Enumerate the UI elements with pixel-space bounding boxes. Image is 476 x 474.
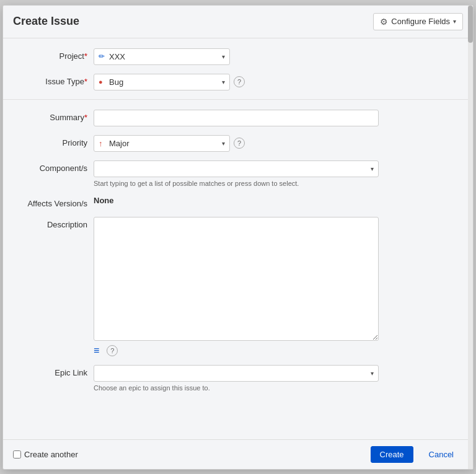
components-label: Component/s <box>13 160 94 173</box>
priority-row: Priority ↑ Major ▾ ? <box>3 135 473 152</box>
gear-icon: ⚙ <box>380 17 388 27</box>
summary-label: Summary* <box>13 110 94 122</box>
components-input[interactable] <box>94 160 379 177</box>
priority-controls: ↑ Major ▾ ? <box>94 135 463 152</box>
epic-link-label: Epic Link <box>13 365 94 377</box>
summary-field <box>94 110 463 126</box>
configure-fields-button[interactable]: ⚙ Configure Fields ▾ <box>373 13 463 30</box>
cancel-button[interactable]: Cancel <box>420 446 463 463</box>
epic-link-field: ▾ Choose an epic to assign this issue to… <box>94 365 463 392</box>
affects-version-field: None <box>94 196 463 205</box>
priority-field: ↑ Major ▾ ? <box>94 135 463 152</box>
priority-up-icon: ↑ <box>99 139 103 148</box>
issue-type-help-icon[interactable]: ? <box>234 76 245 87</box>
scrollbar-track[interactable] <box>468 6 473 469</box>
description-row: Description ≡ ? <box>3 217 473 356</box>
project-row: Project* ✏ XXX ▾ <box>3 48 473 65</box>
description-textarea[interactable] <box>94 217 379 341</box>
affects-version-label: Affects Version/s <box>13 196 94 208</box>
components-row: Component/s ▾ Start typing to get a list… <box>3 160 473 187</box>
create-button[interactable]: Create <box>371 446 413 463</box>
bug-icon: ● <box>99 78 103 86</box>
scrollbar-thumb[interactable] <box>468 6 473 43</box>
description-footer: ≡ ? <box>94 345 463 356</box>
issue-type-select[interactable]: Bug <box>94 74 230 90</box>
epic-link-hint: Choose an epic to assign this issue to. <box>94 384 463 392</box>
priority-select[interactable]: Major <box>94 135 230 152</box>
create-another-label[interactable]: Create another <box>24 450 78 459</box>
create-issue-dialog: Create Issue ⚙ Configure Fields ▾ Projec… <box>2 5 474 470</box>
affects-version-value: None <box>94 193 114 205</box>
epic-link-input[interactable] <box>94 365 379 382</box>
text-editor-icon[interactable]: ≡ <box>94 345 99 356</box>
project-select-wrapper: ✏ XXX ▾ <box>94 48 230 65</box>
dialog-footer: Create another Create Cancel <box>3 439 473 469</box>
configure-fields-label: Configure Fields <box>391 17 450 26</box>
issue-type-label: Issue Type* <box>13 74 94 86</box>
divider <box>3 99 473 100</box>
project-select[interactable]: XXX <box>94 48 230 65</box>
epic-link-wrapper: ▾ <box>94 365 379 382</box>
priority-select-wrapper: ↑ Major ▾ <box>94 135 230 152</box>
epic-link-row: Epic Link ▾ Choose an epic to assign thi… <box>3 365 473 392</box>
affects-version-row: Affects Version/s None <box>3 196 473 208</box>
issue-type-select-wrapper: ● Bug ▾ <box>94 74 230 90</box>
components-select-wrapper: ▾ <box>94 160 379 177</box>
priority-label: Priority <box>13 135 94 147</box>
dialog-title: Create Issue <box>13 15 79 28</box>
chevron-down-icon: ▾ <box>453 18 456 25</box>
summary-row: Summary* <box>3 110 473 126</box>
summary-input[interactable] <box>94 110 379 126</box>
priority-help-icon[interactable]: ? <box>234 138 245 149</box>
description-field: ≡ ? <box>94 217 463 356</box>
description-help-icon[interactable]: ? <box>107 345 118 356</box>
dialog-header: Create Issue ⚙ Configure Fields ▾ <box>3 6 473 38</box>
issue-type-controls: ● Bug ▾ ? <box>94 74 463 90</box>
components-field: ▾ Start typing to get a list of possible… <box>94 160 463 187</box>
project-label: Project* <box>13 48 94 61</box>
issue-type-row: Issue Type* ● Bug ▾ ? <box>3 74 473 90</box>
description-label: Description <box>13 217 94 229</box>
issue-type-field: ● Bug ▾ ? <box>94 74 463 90</box>
project-pencil-icon: ✏ <box>99 52 105 61</box>
project-field: ✏ XXX ▾ <box>94 48 463 65</box>
create-another-wrapper: Create another <box>13 450 78 459</box>
create-another-checkbox[interactable] <box>13 450 21 459</box>
dialog-body: Project* ✏ XXX ▾ Issue Type* ● <box>3 38 473 439</box>
components-hint: Start typing to get a list of possible m… <box>94 180 463 187</box>
